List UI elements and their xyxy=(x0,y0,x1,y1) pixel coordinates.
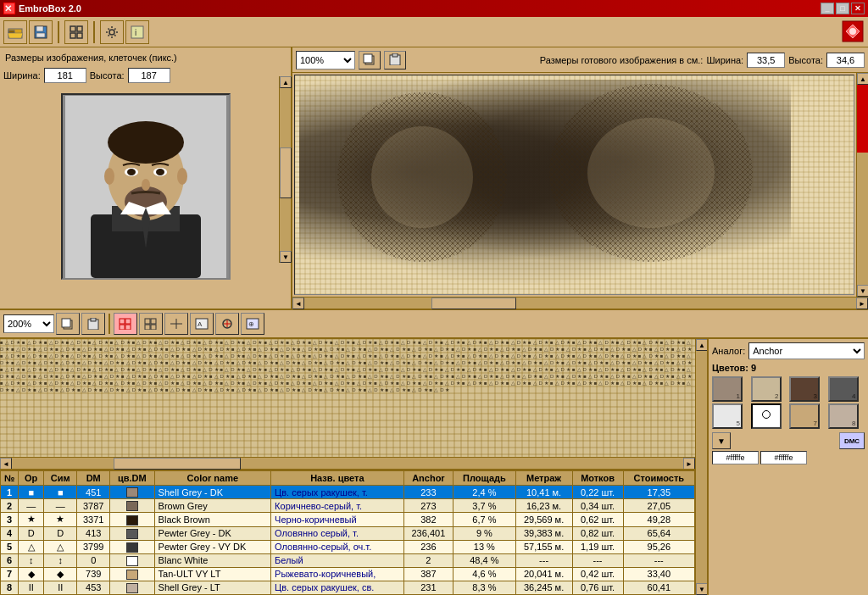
table-cell-dm: 3787 xyxy=(77,499,110,513)
app-title: EmbroBox 2.0 xyxy=(19,3,81,14)
svg-point-25 xyxy=(127,169,136,175)
bottom-scroll-up[interactable]: ▲ xyxy=(696,339,708,351)
width-input[interactable] xyxy=(44,68,86,83)
swatches-grid: 1 2 3 4 5 7 8 xyxy=(712,376,865,429)
copy-btn[interactable] xyxy=(359,51,381,70)
svg-text:⊕: ⊕ xyxy=(248,320,254,328)
table-cell-stoimost: 60,41 xyxy=(623,581,694,594)
hscroll-left[interactable]: ◄ xyxy=(292,298,304,309)
table-cell-nazveta: Белый xyxy=(271,553,404,567)
pattern-hscroll-left[interactable]: ◄ xyxy=(0,458,12,470)
mid-paste-btn[interactable] xyxy=(81,313,105,335)
swatch-7[interactable]: 7 xyxy=(789,403,820,429)
swatch-6[interactable] xyxy=(751,403,782,429)
dmc-btn[interactable]: DMC xyxy=(839,432,865,449)
table-cell-stoimost: 49,28 xyxy=(623,513,694,526)
canvas-scroll-up[interactable]: ▲ xyxy=(857,73,868,85)
canvas-h-scroll[interactable]: ◄ ► xyxy=(292,297,868,309)
zoom-select-mid[interactable]: 200% 100% 150% 300% xyxy=(3,314,54,333)
svg-rect-46 xyxy=(125,319,131,324)
grid-view-btn3[interactable] xyxy=(164,313,188,335)
table-row[interactable]: 2 xyxy=(1,499,19,513)
minimize-btn[interactable]: _ xyxy=(821,3,834,14)
swatch-4[interactable]: 4 xyxy=(828,376,859,402)
mid-copy-btn[interactable] xyxy=(56,313,80,335)
settings-button[interactable] xyxy=(100,20,124,44)
table-cell-anchor: 236,401 xyxy=(403,526,453,540)
mid-btn5[interactable] xyxy=(215,313,239,335)
paste-btn[interactable] xyxy=(384,51,406,70)
ready-width-input[interactable] xyxy=(747,53,785,68)
table-cell-colorname: Pewter Grey - VY DK xyxy=(154,540,271,553)
left-v-scroll[interactable]: ▲ ▼ xyxy=(279,76,291,263)
table-cell-colorname: Shell Grey - LT xyxy=(154,581,271,594)
size-info-right: Размеры готового изображения в см.: Шири… xyxy=(540,53,865,68)
table-row[interactable]: 4 xyxy=(1,526,19,540)
table-cell-motkov: 1,19 шт. xyxy=(572,540,623,553)
grid-view-btn1[interactable] xyxy=(114,313,137,335)
swatch-3[interactable]: 3 xyxy=(789,376,820,402)
swatch-8[interactable]: 8 xyxy=(828,403,859,429)
open-button[interactable] xyxy=(3,20,27,44)
pattern-h-scroll[interactable]: ◄ ► xyxy=(0,457,695,469)
table-cell-or: ■ xyxy=(19,486,44,499)
hex-input-2[interactable] xyxy=(760,451,807,464)
table-cell-motkov: 0,34 шт. xyxy=(572,499,623,513)
table-cell-anchor: 236 xyxy=(403,540,453,553)
color-table: № Ор Сим DM цв.DM Color name Назв. цвета… xyxy=(0,470,695,595)
svg-point-21 xyxy=(108,121,184,164)
pattern-hscroll-thumb[interactable] xyxy=(114,458,241,470)
table-cell-cvdm xyxy=(110,526,155,540)
swatch-2[interactable]: 2 xyxy=(751,376,782,402)
grid-view-btn4[interactable]: A xyxy=(190,313,214,335)
hscroll-thumb[interactable] xyxy=(431,298,516,309)
embroidery-canvas xyxy=(294,75,854,295)
scroll-red-indicator xyxy=(857,85,868,153)
save-button[interactable] xyxy=(29,20,53,44)
table-cell-nazveta: Цв. серых ракушек, т. xyxy=(271,486,404,499)
zoom-select[interactable]: 100% 150% 200% xyxy=(296,51,355,70)
canvas-v-scroll[interactable]: ▲ ▼ xyxy=(856,73,868,297)
arrow-down-btn[interactable]: ▼ xyxy=(712,432,731,449)
close-btn[interactable]: ✕ xyxy=(851,3,865,14)
table-row[interactable]: 7 xyxy=(1,567,19,581)
table-cell-motkov: 0,82 шт. xyxy=(572,526,623,540)
scroll-down-btn[interactable]: ▼ xyxy=(280,251,292,263)
svg-rect-50 xyxy=(151,319,156,324)
table-cell-sim: ★ xyxy=(44,513,77,526)
table-row[interactable]: 5 xyxy=(1,540,19,553)
table-cell-stoimost: --- xyxy=(623,553,694,567)
table-row[interactable]: 8 xyxy=(1,581,19,594)
maximize-btn[interactable]: □ xyxy=(836,3,849,14)
bottom-scroll-down[interactable]: ▼ xyxy=(696,583,708,595)
swatch-1[interactable]: 1 xyxy=(712,376,743,402)
table-cell-nazveta: Цв. серых ракушек, св. xyxy=(271,581,404,594)
scroll-up-btn[interactable]: ▲ xyxy=(280,76,292,88)
mid-btn6[interactable]: ⊕ xyxy=(241,313,264,335)
scroll-thumb-left[interactable] xyxy=(280,147,292,198)
ready-height-input[interactable] xyxy=(826,53,865,68)
table-row[interactable]: 3 xyxy=(1,513,19,526)
grid-button[interactable] xyxy=(64,20,88,44)
svg-rect-51 xyxy=(145,325,150,330)
table-cell-or: D xyxy=(19,526,44,540)
canvas-scroll-down[interactable]: ▼ xyxy=(857,285,868,297)
hex-input-1[interactable] xyxy=(712,451,759,464)
table-cell-dm: 3371 xyxy=(77,513,110,526)
height-input[interactable] xyxy=(128,68,170,83)
table-cell-nazveta: Рыжевато-коричневый, xyxy=(271,567,404,581)
svg-rect-1 xyxy=(8,31,14,33)
hscroll-right[interactable]: ► xyxy=(856,298,868,309)
bottom-v-scroll[interactable]: ▲ ▼ xyxy=(695,339,707,595)
pattern-hscroll-right[interactable]: ► xyxy=(683,458,695,470)
info-button[interactable]: i xyxy=(125,20,149,44)
table-row[interactable]: 6 xyxy=(1,553,19,567)
pattern-hscroll-track xyxy=(12,458,683,469)
table-row[interactable]: 1 xyxy=(1,486,19,499)
svg-rect-45 xyxy=(120,319,125,324)
table-cell-sim: ■ xyxy=(44,486,77,499)
analog-select[interactable]: Anchor DMC Madeira xyxy=(748,342,865,359)
right-toolbar-icon[interactable] xyxy=(841,19,865,45)
swatch-5[interactable]: 5 xyxy=(712,403,743,429)
grid-view-btn2[interactable] xyxy=(139,313,163,335)
